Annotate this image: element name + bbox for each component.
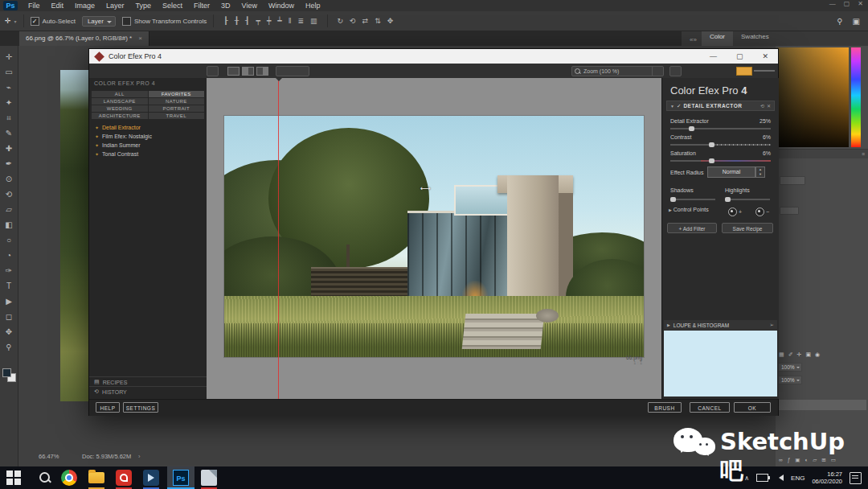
detail-extractor-slider[interactable] [670, 128, 771, 129]
slider-handle[interactable] [709, 142, 714, 147]
quick-selection-tool[interactable]: ✦ [0, 95, 18, 110]
filter-item-indian-summer[interactable]: ✦ Indian Summer [89, 141, 207, 150]
menu-edit[interactable]: Edit [46, 2, 70, 10]
category-travel[interactable]: TRAVEL [149, 113, 205, 119]
category-portrait[interactable]: PORTRAIT [149, 105, 205, 112]
detail-extractor-section-header[interactable]: ▼ ✓ DETAIL EXTRACTOR ⟲ ✕ [666, 101, 775, 111]
tab-color[interactable]: Color [702, 31, 733, 46]
eyedropper-tool[interactable]: ✎ [0, 125, 18, 141]
loupe-histogram-header[interactable]: ▶ LOUPE & HISTOGRAM ➢ [664, 320, 777, 330]
close-tab-icon[interactable]: × [138, 35, 142, 42]
slider-handle[interactable] [689, 126, 694, 131]
zoom-dropdown[interactable]: Zoom (100 %) [571, 66, 655, 76]
cancel-button[interactable]: CANCEL [690, 402, 730, 413]
properties-field[interactable] [780, 207, 799, 215]
category-wedding[interactable]: WEDDING [92, 105, 148, 112]
category-all[interactable]: ALL [92, 91, 148, 97]
ok-button[interactable]: OK [734, 402, 771, 413]
tab-swatches[interactable]: Swatches [733, 31, 777, 46]
3d-slide-icon[interactable]: ⇅ [371, 17, 384, 25]
maximize-icon[interactable]: ▢ [844, 0, 850, 7]
blur-tool[interactable]: ○ [0, 232, 18, 248]
pin-icon[interactable]: ➢ [770, 322, 774, 328]
guide-handle-icon[interactable] [276, 78, 282, 84]
lock-artboard-icon[interactable]: ▣ [805, 351, 811, 358]
gradient-tool[interactable]: ◧ [0, 217, 18, 232]
zoom-percentage[interactable]: 66.47% [39, 453, 59, 460]
history-section[interactable]: ⟲ HISTORY [89, 386, 211, 397]
compare-icon[interactable] [652, 66, 664, 76]
minimize-icon[interactable]: — [829, 0, 836, 7]
menu-icon[interactable] [669, 66, 682, 76]
add-filter-button[interactable]: + Add Filter [667, 223, 717, 233]
auto-select-checkbox[interactable]: ✓ [31, 17, 39, 26]
clone-stamp-tool[interactable]: ⊙ [0, 171, 18, 187]
category-nature[interactable]: NATURE [149, 98, 205, 105]
align-right-icon[interactable]: ┨ [242, 17, 252, 25]
remove-control-point-button[interactable]: − [755, 208, 773, 216]
align-top-icon[interactable]: ┯ [252, 17, 263, 25]
slider-value[interactable]: 6% [763, 134, 771, 140]
zoom-tool[interactable]: ⚲ [0, 339, 18, 355]
hand-tool[interactable]: ✥ [0, 324, 18, 339]
menu-select[interactable]: Select [157, 2, 188, 10]
slider-value[interactable]: 25% [760, 118, 771, 124]
shadows-slider[interactable] [670, 199, 715, 200]
taskbar-search-icon[interactable] [37, 470, 53, 486]
file-explorer-icon[interactable] [88, 472, 104, 483]
history-brush-tool[interactable]: ⟲ [0, 187, 18, 202]
red-app-icon[interactable] [116, 470, 132, 486]
color-gradient-field[interactable] [778, 47, 849, 147]
settings-button[interactable]: SETTINGS [123, 402, 158, 413]
collapse-panels-icon[interactable]: «» [682, 36, 702, 46]
preview-image[interactable] [224, 116, 644, 357]
save-recipe-button[interactable]: Save Recipe [722, 223, 773, 233]
auto-select-target-dropdown[interactable]: Layer [82, 16, 116, 27]
favorite-star-icon[interactable]: ✦ [95, 151, 99, 157]
enabled-check-icon[interactable]: ✓ [677, 103, 681, 109]
menu-help[interactable]: Help [300, 2, 326, 10]
category-landscape[interactable]: LANDSCAPE [92, 98, 148, 105]
opacity-value[interactable]: 100% [777, 363, 802, 372]
background-color-selector[interactable] [276, 66, 309, 76]
maximize-icon[interactable]: ▢ [736, 52, 743, 60]
help-button[interactable]: HELP [96, 402, 120, 413]
3d-roll-icon[interactable]: ⟲ [346, 17, 359, 25]
close-icon[interactable]: ✕ [762, 52, 768, 60]
slider-value[interactable]: 6% [763, 150, 771, 156]
distribute-horizontal-icon[interactable]: ‖ [285, 17, 295, 25]
fill-value[interactable]: 100% [777, 376, 802, 384]
align-left-icon[interactable]: ┠ [220, 17, 231, 25]
expand-icon[interactable]: ▶ [669, 208, 672, 212]
show-transform-checkbox[interactable] [122, 17, 131, 26]
menu-file[interactable]: File [23, 2, 46, 10]
healing-brush-tool[interactable]: ✚ [0, 141, 18, 156]
menu-layer[interactable]: Layer [100, 2, 130, 10]
dialog-title-bar[interactable]: Color Efex Pro 4 — ▢ ✕ [89, 49, 778, 64]
move-tool-icon[interactable]: ✛ [0, 17, 14, 25]
collapse-icon[interactable]: ▼ [670, 104, 674, 109]
photos-app-icon[interactable] [143, 470, 159, 486]
lock-position-icon[interactable]: ✛ [797, 351, 802, 358]
filter-item-detail-extractor[interactable]: ✦ Detail Extractor [89, 123, 207, 132]
favorite-star-icon[interactable]: ✦ [95, 142, 99, 148]
close-icon[interactable]: ✕ [858, 0, 863, 7]
viewer-app-icon[interactable] [201, 470, 217, 486]
category-favorites[interactable]: FAVORITES [149, 91, 205, 97]
menu-3d[interactable]: 3D [215, 2, 236, 10]
export-icon[interactable] [207, 66, 219, 76]
align-middle-icon[interactable]: ┿ [264, 17, 274, 25]
split-preview-icon[interactable] [242, 67, 254, 76]
crop-tool[interactable]: ⌗ [0, 110, 18, 125]
tool-preset-caret-icon[interactable]: ▾ [14, 18, 17, 24]
menu-type[interactable]: Type [130, 2, 158, 10]
menu-window[interactable]: Window [263, 2, 300, 10]
shape-tool[interactable]: ◻ [0, 309, 18, 324]
move-tool[interactable]: ✛ [0, 49, 18, 64]
marquee-tool[interactable]: ▭ [0, 64, 18, 80]
properties-field[interactable] [780, 176, 805, 185]
align-center-icon[interactable]: ╂ [231, 17, 242, 25]
add-control-point-button[interactable]: + [728, 208, 746, 216]
preview-area[interactable]: ⟷ 66.png 1 : 1 [207, 78, 661, 399]
chrome-icon[interactable] [61, 470, 77, 486]
